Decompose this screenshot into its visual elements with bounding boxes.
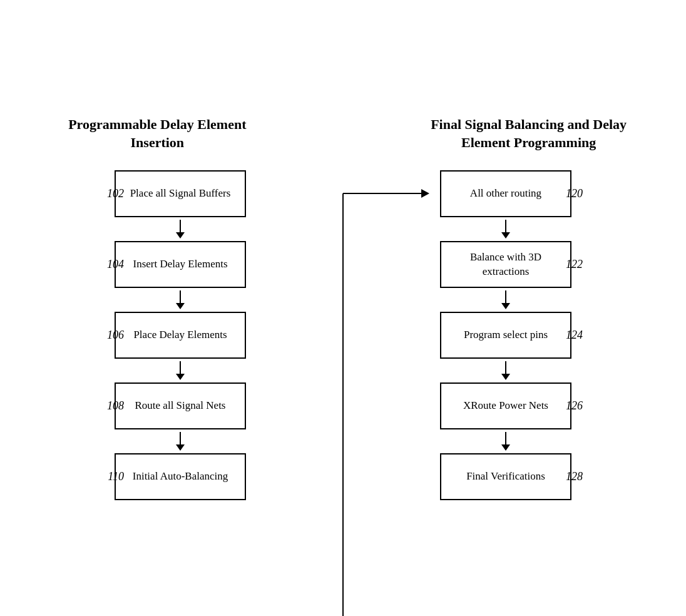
step-box-120: All other routing — [440, 170, 571, 217]
step-row-102: 102 Place all Signal Buffers — [99, 170, 262, 217]
arrow-head — [176, 444, 185, 451]
step-row-120: All other routing 120 — [424, 170, 587, 217]
arrow-head — [501, 303, 510, 309]
arrow-line — [505, 432, 506, 444]
step-number-120: 120 — [562, 187, 587, 200]
arrow-2 — [176, 290, 185, 309]
arrow-line — [180, 361, 181, 374]
step-box-108: Route all Signal Nets — [115, 382, 246, 429]
step-row-124: Program select pins 124 — [424, 312, 587, 359]
arrow-head — [501, 374, 510, 380]
arrow-4 — [176, 432, 185, 451]
arrow-5 — [501, 220, 510, 239]
step-row-108: 108 Route all Signal Nets — [99, 382, 262, 429]
arrow-7 — [501, 361, 510, 380]
step-number-124: 124 — [562, 329, 587, 342]
arrow-head — [501, 232, 510, 239]
step-box-110: Initial Auto-Balancing — [115, 453, 246, 500]
arrow-line — [180, 220, 181, 232]
right-flow-column: All other routing 120 Balance with 3D ex… — [424, 170, 587, 500]
right-header: Final Signal Balancing and Delay Element… — [429, 116, 629, 151]
arrow-line — [505, 290, 506, 303]
arrow-6 — [501, 290, 510, 309]
step-number-108: 108 — [99, 399, 124, 413]
left-flow-column: 102 Place all Signal Buffers 104 Insert … — [99, 170, 262, 500]
step-number-104: 104 — [99, 258, 124, 271]
step-row-122: Balance with 3D extractions 122 — [424, 241, 587, 288]
step-row-104: 104 Insert Delay Elements — [99, 241, 262, 288]
step-number-110: 110 — [99, 470, 124, 483]
step-row-128: Final Verifications 128 — [424, 453, 587, 500]
arrow-head — [176, 232, 185, 239]
arrow-line — [505, 361, 506, 374]
step-box-124: Program select pins — [440, 312, 571, 359]
arrow-head — [176, 374, 185, 380]
step-box-122: Balance with 3D extractions — [440, 241, 571, 288]
step-row-110: 110 Initial Auto-Balancing — [99, 453, 262, 500]
diagram-container: Programmable Delay Element Insertion Fin… — [30, 116, 656, 500]
step-number-128: 128 — [562, 470, 587, 483]
arrow-line — [180, 290, 181, 303]
headers-row: Programmable Delay Element Insertion Fin… — [30, 116, 656, 151]
step-box-104: Insert Delay Elements — [115, 241, 246, 288]
arrow-1 — [176, 220, 185, 239]
left-header: Programmable Delay Element Insertion — [57, 116, 257, 151]
step-box-126: XRoute Power Nets — [440, 382, 571, 429]
arrow-head — [501, 444, 510, 451]
step-number-122: 122 — [562, 258, 587, 271]
step-number-102: 102 — [99, 187, 124, 200]
arrow-line — [180, 432, 181, 444]
step-box-106: Place Delay Elements — [115, 312, 246, 359]
step-number-126: 126 — [562, 399, 587, 413]
arrow-line — [505, 220, 506, 232]
step-box-102: Place all Signal Buffers — [115, 170, 246, 217]
arrow-head — [176, 303, 185, 309]
step-box-128: Final Verifications — [440, 453, 571, 500]
step-row-106: 106 Place Delay Elements — [99, 312, 262, 359]
flow-connector-svg — [252, 170, 434, 616]
arrow-3 — [176, 361, 185, 380]
arrow-8 — [501, 432, 510, 451]
step-number-106: 106 — [99, 329, 124, 342]
step-row-126: XRoute Power Nets 126 — [424, 382, 587, 429]
